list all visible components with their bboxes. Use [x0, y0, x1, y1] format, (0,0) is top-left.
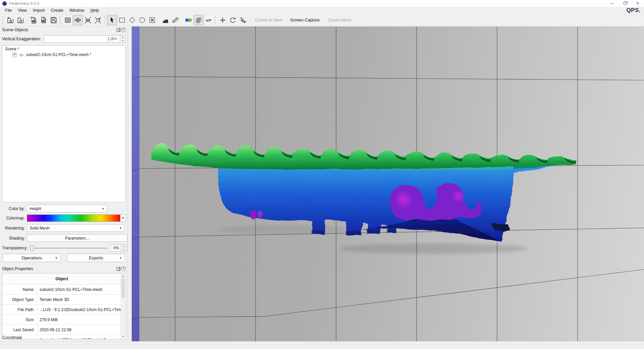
vertical-exaggeration-label: Vertical Exaggeration:	[2, 37, 41, 41]
colormap-gradient-bar[interactable]	[27, 214, 120, 222]
visibility-checkbox[interactable]	[12, 53, 17, 57]
app-icon	[2, 1, 7, 6]
scrollbar-thumb[interactable]	[121, 279, 125, 298]
open-scene-icon[interactable]	[15, 15, 25, 25]
table-row: Last Saved: 2020-05-12 22:08	[2, 325, 121, 335]
close-panel-icon[interactable]	[121, 267, 125, 271]
float-panel-icon[interactable]	[116, 28, 120, 32]
lasso-select-icon[interactable]	[137, 15, 147, 25]
menu-bar: File View Import Create Window Help QPS.	[0, 7, 644, 14]
color-by-dropdown[interactable]: Height▼	[27, 205, 107, 212]
scroll-up-icon[interactable]: ▲	[121, 274, 125, 278]
open-object-file-icon[interactable]	[39, 15, 49, 25]
transparency-spinner[interactable]: ▲▼	[121, 244, 127, 252]
menu-help[interactable]: Help	[87, 7, 102, 14]
create-mesh-button[interactable]: Create Mesh	[324, 18, 356, 22]
object-properties-title: Object Properties	[2, 266, 33, 271]
new-object-file-icon[interactable]	[29, 15, 39, 25]
object-properties-header: Object Properties	[0, 265, 127, 272]
toolbar-separator	[215, 16, 216, 24]
color-by-label: Color by:	[2, 206, 25, 211]
app-window: Fledermaus 8.2.0 ✕ File View Import Crea…	[0, 0, 644, 349]
table-row: Coordinate System: Amersfoort / RD New +…	[2, 335, 121, 339]
scroll-down-icon[interactable]: ▼	[121, 334, 125, 339]
close-icon[interactable]: ✕	[631, 0, 644, 7]
mesh-green-ridge	[151, 144, 576, 169]
operations-button[interactable]: Operations▼	[3, 254, 61, 262]
measure-ruler-icon[interactable]	[170, 15, 180, 25]
colormap-icon[interactable]	[183, 15, 194, 25]
histogram-icon[interactable]	[160, 15, 170, 25]
scene-tree-root[interactable]: Scene *	[2, 46, 125, 51]
title-bar: Fledermaus 8.2.0 ✕	[0, 0, 644, 7]
terrain-scene	[132, 27, 644, 341]
object-properties-table: Object Name: subset2-10cm-S1-PCL+Time.me…	[2, 273, 126, 339]
surface-view-icon[interactable]	[73, 15, 83, 25]
qps-logo: QPS.	[626, 7, 641, 14]
shading-parameters-button[interactable]: Parameters...	[27, 234, 127, 242]
toolbar: Center in View Screen Capture Create Mes…	[0, 14, 644, 27]
chevron-down-icon: ▼	[119, 256, 122, 260]
scene-tree-item[interactable]: subset2-10cm-S1-PCL+Time.mesh *	[2, 51, 125, 57]
menu-create[interactable]: Create	[48, 7, 66, 14]
menu-view[interactable]: View	[15, 7, 30, 14]
scene-tree: Scene * subset2-10cm-S1-PCL+Time.mesh *	[2, 45, 125, 202]
vertical-exaggeration-input[interactable]: 1.00×	[44, 35, 120, 43]
add-icon[interactable]	[218, 15, 228, 25]
color-by-row: Color by: Height▼	[2, 205, 107, 212]
pointer-select-icon[interactable]	[107, 15, 117, 25]
table-row: Size: 279.9 MiB	[2, 315, 121, 325]
screen-capture-button[interactable]: Screen Capture	[286, 18, 324, 22]
terrain-mesh	[151, 144, 576, 241]
transparency-value-input[interactable]: 0%	[110, 244, 121, 252]
status-bar	[0, 341, 644, 349]
table-scrollbar[interactable]: ▲ ▼	[121, 274, 125, 339]
panel-splitter[interactable]	[128, 27, 132, 341]
vertical-exaggeration-spinner[interactable]: ▲▼	[120, 35, 126, 43]
grid-view-icon[interactable]	[63, 15, 73, 25]
table-row: Name: subset2-10cm-S1-PCL+Time.mesh	[2, 285, 121, 295]
menu-import[interactable]: Import	[30, 7, 48, 14]
clear-selection-icon[interactable]	[147, 15, 157, 25]
fit-cube-extents-icon[interactable]	[93, 15, 103, 25]
add-pick-icon[interactable]	[238, 15, 248, 25]
actions-row: Operations▼ Exports▼	[3, 254, 125, 262]
chevron-down-icon: ▼	[102, 207, 105, 210]
colormap-label: Colormap:	[2, 216, 25, 220]
rendering-row: Rendering: Solid Mesh▼	[2, 224, 125, 232]
vertical-exaggeration-row: Vertical Exaggeration: 1.00× ▲▼	[2, 35, 126, 43]
colormap-row: Colormap: ▼	[2, 214, 126, 222]
table-row: Object Type: Terrain Mesh 3D	[2, 295, 121, 305]
fit-mesh-extents-icon[interactable]	[83, 15, 93, 25]
table-row: File Path: ...LUS - 9.1.1\SD\subset2-10c…	[2, 305, 121, 315]
exports-button[interactable]: Exports▼	[67, 254, 125, 262]
new-scene-icon[interactable]	[5, 15, 15, 25]
menu-file[interactable]: File	[2, 7, 15, 14]
minimize-icon[interactable]	[606, 0, 619, 7]
rendering-dropdown[interactable]: Solid Mesh▼	[27, 224, 125, 232]
close-panel-icon[interactable]	[121, 28, 125, 32]
scene-objects-panel: Scene Objects Vertical Exaggeration: 1.0…	[0, 27, 128, 341]
3d-viewport[interactable]	[132, 27, 644, 341]
refresh-icon[interactable]	[228, 15, 238, 25]
rectangle-select-icon[interactable]	[117, 15, 127, 25]
transparency-row: Transparency: 0% ▲▼	[2, 244, 127, 252]
float-panel-icon[interactable]	[116, 267, 120, 271]
mesh-grid-icon[interactable]	[194, 15, 204, 25]
chevron-down-icon: ▼	[119, 227, 122, 230]
menu-window[interactable]: Window	[66, 7, 87, 14]
center-in-view-button[interactable]: Center in View	[251, 18, 286, 22]
transparency-slider[interactable]	[30, 244, 108, 252]
mesh-object-icon	[19, 53, 24, 56]
colormap-dropdown-icon[interactable]: ▼	[120, 214, 126, 222]
table-header: Object	[2, 273, 121, 285]
polygon-select-icon[interactable]	[127, 15, 137, 25]
scene-tree-item-label: subset2-10cm-S1-PCL+Time.mesh *	[26, 52, 91, 57]
window-controls: ✕	[606, 0, 644, 7]
scene-objects-title: Scene Objects	[2, 28, 28, 32]
save-icon[interactable]	[49, 15, 59, 25]
shading-row: Shading: Parameters...	[2, 234, 127, 242]
orbit-rotate-icon[interactable]	[204, 15, 214, 25]
maximize-icon[interactable]	[619, 0, 631, 7]
slider-handle[interactable]	[30, 245, 34, 251]
